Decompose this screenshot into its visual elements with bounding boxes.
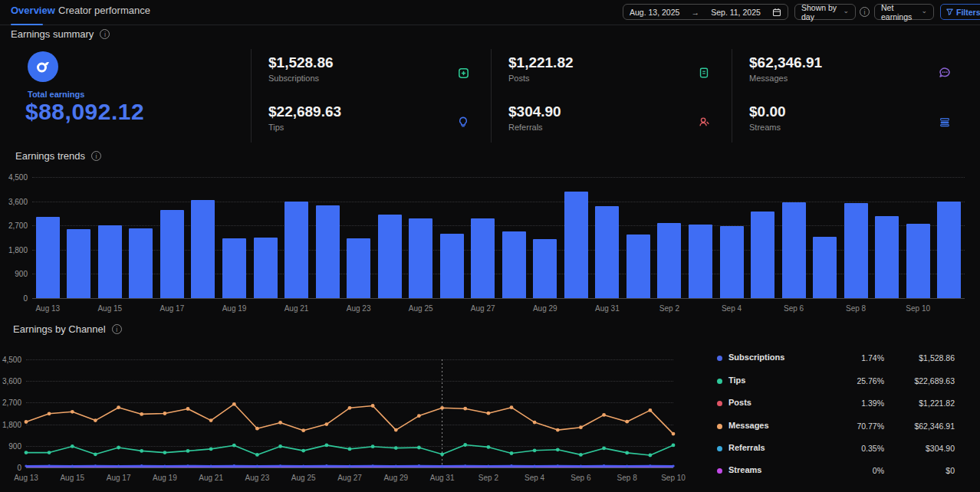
bar-sep-11 bbox=[937, 202, 961, 298]
line-x-tick: Aug 19 bbox=[153, 474, 177, 482]
earnings-trends-info-icon[interactable]: i bbox=[91, 151, 101, 161]
earnings-by-channel-title-text: Earnings by Channel bbox=[13, 323, 106, 335]
series-point-tips bbox=[371, 444, 375, 448]
date-end[interactable]: Sep. 11, 2025 bbox=[711, 8, 761, 17]
series-point-tips bbox=[487, 445, 491, 449]
bar-aug-29 bbox=[533, 239, 557, 298]
legend-dot bbox=[717, 356, 722, 361]
shown-by-info-icon[interactable]: i bbox=[860, 7, 870, 17]
date-start[interactable]: Aug. 13, 2025 bbox=[630, 8, 679, 17]
line-y-tick: 3,600 bbox=[0, 377, 21, 385]
messages-icon bbox=[931, 59, 959, 87]
legend-percent: 70.77% bbox=[830, 421, 884, 431]
line-x-tick: Aug 21 bbox=[199, 474, 223, 482]
bar-aug-31 bbox=[595, 206, 619, 298]
stat-value: $1,528.86 bbox=[268, 54, 334, 71]
bar-gridline bbox=[32, 298, 965, 299]
legend-row-streams[interactable]: Streams 0% $0 bbox=[713, 465, 955, 477]
series-point-messages bbox=[325, 422, 329, 426]
line-x-tick: Sep 10 bbox=[661, 474, 686, 482]
bar-gridline bbox=[32, 177, 965, 178]
series-point-tips bbox=[417, 446, 421, 450]
series-point-subscriptions bbox=[48, 464, 50, 467]
shown-by-select[interactable]: Shown by day ⌄ bbox=[794, 4, 856, 20]
series-point-subscriptions bbox=[348, 465, 350, 467]
series-point-messages bbox=[672, 432, 676, 436]
series-point-subscriptions bbox=[510, 464, 512, 467]
legend-dot bbox=[717, 401, 722, 406]
bar-x-tick: Sep 8 bbox=[846, 304, 866, 313]
legend-percent: 0.35% bbox=[830, 444, 884, 453]
filters-button[interactable]: Filters bbox=[940, 4, 980, 20]
tab-creator-performance[interactable]: Creator performance bbox=[58, 5, 150, 16]
date-range-picker[interactable]: Aug. 13, 2025 → Sep. 11, 2025 bbox=[623, 4, 788, 20]
series-point-messages bbox=[25, 420, 28, 424]
bar-x-tick: Sep 10 bbox=[906, 304, 930, 313]
bar-aug-17 bbox=[160, 210, 184, 299]
series-point-tips bbox=[94, 452, 97, 456]
legend-row-messages[interactable]: Messages 70.77% $62,346.91 bbox=[713, 421, 955, 433]
bar-sep-10 bbox=[906, 224, 930, 298]
series-point-tips bbox=[602, 447, 606, 451]
series-point-tips bbox=[672, 444, 676, 448]
bar-sep-2 bbox=[657, 223, 681, 298]
line-x-tick: Sep 4 bbox=[525, 474, 544, 482]
bar-sep-5 bbox=[751, 212, 774, 298]
tab-overview[interactable]: Overview bbox=[11, 5, 55, 16]
net-earnings-select[interactable]: Net earnings ⌄ bbox=[874, 4, 934, 20]
bar-aug-18 bbox=[191, 200, 215, 298]
earnings-summary-info-icon[interactable]: i bbox=[100, 29, 110, 39]
series-point-messages bbox=[117, 405, 120, 409]
stat-value: $304.90 bbox=[508, 103, 561, 120]
series-point-subscriptions bbox=[233, 464, 235, 467]
series-point-messages bbox=[348, 406, 352, 410]
legend-row-posts[interactable]: Posts 1.39% $1,221.82 bbox=[713, 398, 955, 410]
bar-sep-1 bbox=[626, 235, 650, 298]
series-point-tips bbox=[140, 449, 143, 453]
series-point-subscriptions bbox=[140, 464, 143, 467]
stat-tips: $22,689.63 Tips bbox=[268, 103, 341, 132]
line-y-tick: 0 bbox=[0, 464, 21, 472]
series-point-messages bbox=[463, 407, 467, 411]
series-point-tips bbox=[348, 448, 352, 451]
series-point-tips bbox=[71, 444, 74, 448]
calendar-icon bbox=[772, 8, 781, 17]
summary-divider bbox=[251, 49, 252, 143]
bar-sep-6 bbox=[782, 202, 806, 298]
series-point-subscriptions bbox=[580, 464, 582, 467]
bar-aug-21 bbox=[284, 202, 308, 298]
legend-label: Messages bbox=[728, 421, 769, 430]
series-point-tips bbox=[232, 444, 236, 448]
stat-streams: $0.00 Streams bbox=[749, 103, 786, 132]
series-point-subscriptions bbox=[94, 464, 97, 467]
series-point-messages bbox=[625, 420, 629, 424]
legend-amount: $62,346.91 bbox=[887, 421, 955, 431]
bar-x-tick: Aug 17 bbox=[160, 304, 185, 313]
legend-row-tips[interactable]: Tips 25.76% $22,689.63 bbox=[713, 376, 955, 388]
bar-aug-25 bbox=[409, 218, 432, 298]
filters-label: Filters bbox=[956, 8, 980, 17]
series-point-subscriptions bbox=[325, 464, 327, 467]
series-point-subscriptions bbox=[464, 464, 466, 467]
legend-amount: $304.90 bbox=[887, 444, 955, 453]
legend-row-subscriptions[interactable]: Subscriptions 1.74% $1,528.86 bbox=[713, 353, 955, 365]
bar-x-tick: Aug 13 bbox=[35, 304, 60, 313]
filter-funnel-icon bbox=[946, 8, 953, 15]
series-point-tips bbox=[440, 452, 444, 456]
series-point-tips bbox=[579, 453, 583, 457]
earnings-by-channel-info-icon[interactable]: i bbox=[112, 324, 122, 334]
summary-divider bbox=[491, 49, 492, 143]
line-y-tick: 2,700 bbox=[0, 399, 21, 407]
line-x-tick: Aug 17 bbox=[107, 474, 131, 482]
legend-percent: 1.39% bbox=[830, 399, 884, 408]
legend-label: Tips bbox=[728, 376, 745, 385]
series-point-subscriptions bbox=[371, 464, 373, 467]
series-point-messages bbox=[533, 421, 537, 425]
stat-posts: $1,221.82 Posts bbox=[508, 54, 574, 83]
series-point-tips bbox=[209, 448, 213, 451]
line-x-tick: Aug 13 bbox=[14, 474, 38, 482]
series-point-subscriptions bbox=[256, 465, 258, 467]
series-point-subscriptions bbox=[25, 464, 27, 467]
stat-value: $0.00 bbox=[749, 103, 786, 120]
legend-row-referrals[interactable]: Referrals 0.35% $304.90 bbox=[713, 443, 955, 455]
